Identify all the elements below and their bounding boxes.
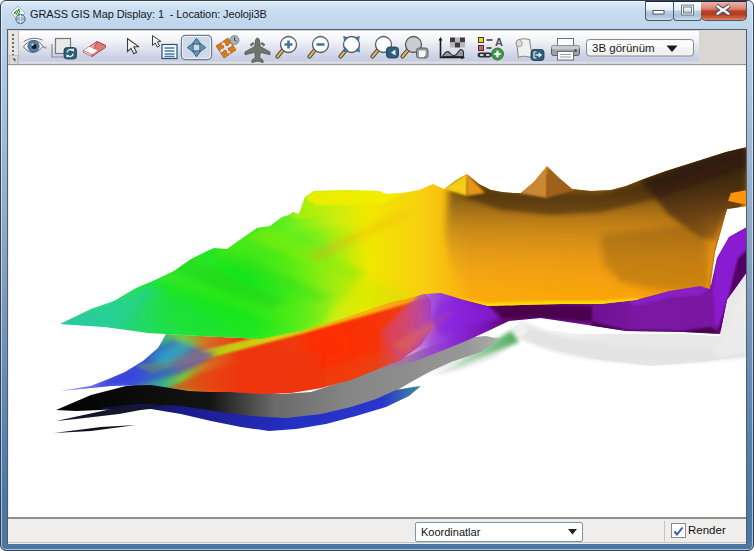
svg-text:A: A <box>495 36 503 48</box>
svg-text:3B görünüm: 3B görünüm <box>592 42 655 54</box>
